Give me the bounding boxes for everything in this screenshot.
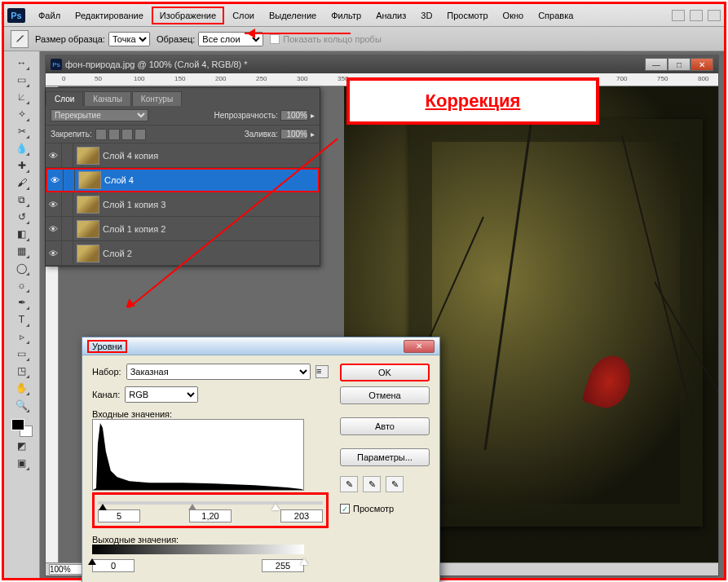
- maximize-button[interactable]: □: [668, 58, 690, 71]
- black-eyedropper-icon[interactable]: ✎: [340, 476, 358, 492]
- visibility-eye-icon[interactable]: 👁: [47, 170, 64, 191]
- menu-layer[interactable]: Слои: [226, 8, 261, 23]
- document-titlebar[interactable]: Ps фон-природа.jpg @ 100% (Слой 4, RGB/8…: [46, 55, 718, 73]
- levels-titlebar[interactable]: Уровни ✕: [82, 337, 439, 355]
- lock-transparency-icon[interactable]: [95, 129, 107, 140]
- history-brush-icon[interactable]: ↺: [14, 209, 30, 225]
- chevron-icon[interactable]: ▸: [311, 111, 315, 120]
- tab-paths[interactable]: Контуры: [132, 91, 182, 106]
- input-values-row: [98, 509, 323, 522]
- layer-item[interactable]: 👁 Слой 1 копия 2: [46, 217, 320, 241]
- workspace-icon-1[interactable]: [672, 10, 685, 21]
- lock-pixels-icon[interactable]: [108, 129, 120, 140]
- eraser-tool-icon[interactable]: ◧: [14, 226, 30, 242]
- workspace-icon-2[interactable]: [690, 10, 703, 21]
- dodge-tool-icon[interactable]: ☼: [14, 277, 30, 293]
- output-slider[interactable]: [92, 545, 304, 554]
- quickmask-icon[interactable]: ◩: [14, 438, 30, 454]
- input-gamma[interactable]: [189, 509, 232, 522]
- zoom-input[interactable]: [49, 564, 85, 575]
- workspace-icon-3[interactable]: [708, 10, 721, 21]
- pen-tool-icon[interactable]: ✒: [14, 294, 30, 311]
- marquee-tool-icon[interactable]: ▭: [14, 72, 30, 88]
- crop-tool-icon[interactable]: ✂: [14, 123, 30, 139]
- heal-tool-icon[interactable]: ✚: [14, 157, 30, 174]
- chevron-icon[interactable]: ▸: [311, 130, 315, 139]
- minimize-button[interactable]: —: [645, 58, 668, 71]
- screenmode-icon[interactable]: ▣: [14, 455, 30, 471]
- type-tool-icon[interactable]: T: [14, 311, 30, 328]
- preview-label: Просмотр: [353, 504, 394, 514]
- color-swatch[interactable]: [11, 419, 33, 437]
- hand-tool-icon[interactable]: ✋: [14, 380, 30, 396]
- layer-thumb: [77, 245, 99, 262]
- out-white-handle[interactable]: [300, 554, 308, 565]
- show-ring-label: Показать кольцо пробы: [283, 34, 382, 44]
- preset-select[interactable]: Заказная: [126, 364, 311, 380]
- preset-row: Набор: Заказная ≡: [92, 364, 329, 380]
- cancel-button[interactable]: Отмена: [340, 386, 430, 404]
- eyedropper-row: ✎ ✎ ✎: [340, 476, 430, 492]
- menu-view[interactable]: Просмотр: [440, 8, 494, 23]
- move-tool-icon[interactable]: ↔: [14, 55, 30, 71]
- 3d-tool-icon[interactable]: ◳: [14, 363, 30, 379]
- input-slider[interactable]: [98, 501, 323, 505]
- blur-tool-icon[interactable]: ◯: [14, 260, 30, 276]
- shape-tool-icon[interactable]: ▭: [14, 346, 30, 362]
- menu-3d[interactable]: 3D: [414, 8, 439, 23]
- lock-all-icon[interactable]: [135, 129, 146, 140]
- channel-label: Канал:: [92, 390, 120, 399]
- options-button[interactable]: Параметры...: [340, 448, 430, 466]
- gradient-tool-icon[interactable]: ▦: [14, 243, 30, 259]
- menu-select[interactable]: Выделение: [263, 8, 323, 23]
- visibility-eye-icon[interactable]: 👁: [46, 217, 62, 240]
- fill-input[interactable]: [280, 129, 308, 139]
- menu-edit[interactable]: Редактирование: [68, 8, 150, 23]
- visibility-eye-icon[interactable]: 👁: [46, 192, 62, 216]
- eyedropper-icon[interactable]: [11, 30, 29, 48]
- close-button[interactable]: ✕: [690, 58, 713, 71]
- auto-button[interactable]: Авто: [340, 417, 430, 435]
- gamma-handle[interactable]: [188, 500, 196, 510]
- visibility-eye-icon[interactable]: 👁: [46, 241, 62, 265]
- brush-tool-icon[interactable]: 🖌: [14, 174, 30, 191]
- preset-menu-icon[interactable]: ≡: [315, 365, 329, 378]
- channel-select[interactable]: RGB: [125, 386, 198, 403]
- layer-item-selected[interactable]: 👁 Слой 4: [46, 168, 320, 192]
- output-black[interactable]: [92, 559, 135, 572]
- white-point-handle[interactable]: [271, 500, 280, 510]
- lock-position-icon[interactable]: [121, 129, 133, 140]
- menu-window[interactable]: Окно: [496, 8, 531, 23]
- tab-layers[interactable]: Слои: [46, 91, 83, 106]
- lasso-tool-icon[interactable]: ⟀: [14, 89, 30, 105]
- stamp-tool-icon[interactable]: ⧉: [14, 192, 30, 208]
- input-white[interactable]: [280, 509, 323, 522]
- output-white[interactable]: [262, 559, 304, 572]
- layer-item[interactable]: 👁 Слой 1 копия 3: [46, 192, 320, 217]
- opacity-input[interactable]: [280, 110, 308, 121]
- histogram: [92, 419, 304, 491]
- gray-eyedropper-icon[interactable]: ✎: [363, 476, 381, 492]
- white-eyedropper-icon[interactable]: ✎: [386, 476, 404, 492]
- tab-channels[interactable]: Каналы: [84, 91, 131, 106]
- path-tool-icon[interactable]: ▹: [14, 328, 30, 345]
- menu-help[interactable]: Справка: [532, 8, 580, 23]
- sample-size-select[interactable]: Точка: [108, 32, 150, 46]
- layer-item[interactable]: 👁 Слой 4 копия: [46, 143, 320, 168]
- menu-filter[interactable]: Фильтр: [324, 8, 368, 23]
- blend-mode-select[interactable]: Перекрытие: [51, 109, 148, 121]
- eyedropper-tool-icon[interactable]: 💧: [14, 140, 30, 157]
- zoom-tool-icon[interactable]: 🔍: [14, 397, 30, 413]
- show-ring-check[interactable]: Показать кольцо пробы: [270, 34, 382, 44]
- input-black[interactable]: [98, 509, 140, 522]
- menu-file[interactable]: Файл: [32, 8, 67, 23]
- wand-tool-icon[interactable]: ✧: [14, 106, 30, 122]
- out-black-handle[interactable]: [88, 554, 96, 565]
- levels-close-button[interactable]: ✕: [404, 340, 435, 353]
- black-point-handle[interactable]: [99, 500, 107, 510]
- menu-analysis[interactable]: Анализ: [369, 8, 413, 23]
- visibility-eye-icon[interactable]: 👁: [46, 143, 62, 167]
- menu-image[interactable]: Изображение: [152, 7, 224, 24]
- ok-button[interactable]: OK: [340, 364, 430, 381]
- preview-checkbox-row[interactable]: ✓ Просмотр: [340, 504, 430, 514]
